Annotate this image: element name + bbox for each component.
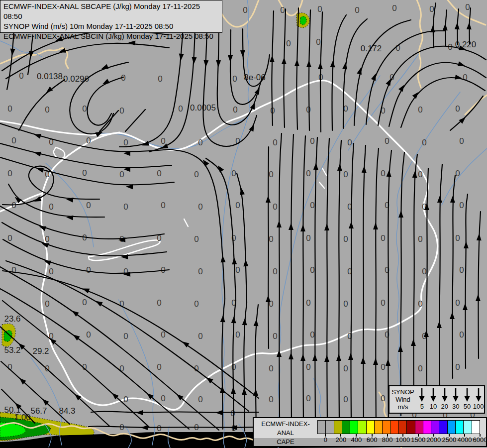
cape-colorbar-cell (415, 421, 423, 434)
wind-speed-scale: 510203050100 (416, 386, 484, 413)
grid-zero-label: 0 (465, 2, 470, 12)
grid-zero-label: 0 (7, 233, 12, 243)
grid-zero-label: 0 (198, 395, 202, 404)
grid-zero-label: 0 (280, 5, 285, 15)
grid-zero-label: 0 (119, 106, 124, 115)
grid-zero-label: 0 (7, 104, 12, 113)
cape-colorbar-cell (382, 421, 390, 434)
grid-zero-label: 0 (49, 267, 53, 276)
wind-speed-label: 10 (430, 403, 437, 410)
grid-zero-label: 0 (86, 136, 91, 145)
grid-zero-label: 0 (45, 105, 49, 114)
grid-zero-label: 0 (355, 5, 359, 15)
grid-zero-label: 0 (343, 234, 348, 244)
grid-zero-label: 0 (306, 362, 310, 372)
cape-colorbar (317, 420, 480, 434)
grid-zero-label: 0 (306, 298, 310, 308)
grid-zero-label: 0 (381, 169, 385, 178)
grid-zero-label: 0 (310, 201, 314, 210)
weather-map: 0000000000000000000000000000000000000000… (0, 0, 487, 448)
grid-zero-label: 0 (82, 104, 87, 113)
grid-zero-label: 0 (459, 136, 464, 146)
grid-zero-label: 0 (232, 74, 237, 84)
wind-speed-label: 50 (464, 403, 471, 410)
grid-zero-label: 0 (418, 364, 422, 373)
wind-speed-column: 100 (473, 386, 484, 413)
grid-zero-label: 0 (306, 233, 310, 243)
cape-colorbar-cell (358, 421, 366, 434)
cape-tick-label: 600 (367, 436, 378, 444)
cape-tick-label: 400 (351, 436, 362, 444)
grid-zero-label: 0 (194, 234, 198, 244)
cape-tick-label: 4000 (457, 436, 472, 444)
grid-zero-label: 0 (269, 170, 273, 179)
grid-zero-label: 0 (119, 170, 124, 179)
grid-zero-label: 0 (306, 169, 310, 178)
wind-speed-label: 20 (441, 403, 448, 410)
grid-zero-label: 0 (123, 202, 128, 212)
grid-zero-label: 0 (86, 265, 91, 275)
grid-zero-label: 0 (459, 330, 464, 339)
grid-zero-label: 0 (161, 330, 165, 339)
grid-zero-label: 0 (347, 138, 352, 147)
grid-zero-label: 0 (45, 299, 49, 309)
grid-zero-label: 0 (343, 170, 348, 179)
grid-zero-label: 0 (422, 138, 426, 147)
grid-zero-label: 0 (316, 37, 320, 47)
wind-speed-column: 50 (462, 386, 473, 413)
title-line-wind: SYNOP Wind (m/s) 10m Monday 17-11-2025 0… (3, 21, 219, 31)
cape-tick-label: 800 (382, 436, 393, 444)
grid-zero-label: 0 (381, 394, 385, 403)
grid-zero-label: 0 (286, 39, 291, 48)
title-line-sbcin: ECMWF-INDEX-ANAL SBCIN (J/kg) Monday 17-… (3, 31, 219, 41)
grid-zero-label: 0 (198, 138, 202, 147)
grid-zero-label: 0 (198, 332, 202, 341)
grid-zero-label: 0 (269, 395, 273, 404)
down-arrow-icon (441, 387, 448, 402)
grid-zero-label: 0 (198, 202, 202, 212)
wind-legend-synop: SYNOP (390, 388, 416, 396)
cape-colorbar-cell (431, 421, 439, 434)
grid-zero-label: 0 (235, 265, 240, 275)
grid-zero-label: 0 (178, 104, 183, 113)
grid-zero-label: 0 (158, 74, 162, 84)
wind-legend: SYNOP Wind m/s 510203050100 (389, 385, 485, 414)
wind-legend-unit: m/s (390, 403, 416, 411)
down-arrow-icon (430, 387, 437, 402)
cape-tick-label: 200 (336, 436, 347, 444)
grid-zero-label: 0 (231, 362, 236, 372)
wind-speed-column: 20 (439, 386, 450, 413)
cape-legend-param: CAPE (254, 438, 317, 447)
cape-colorbar-cell (334, 421, 342, 434)
grid-zero-label: 0 (418, 170, 422, 179)
grid-zero-label: 0 (455, 298, 460, 308)
grid-zero-label: 0 (86, 201, 91, 210)
grid-zero-label: 0 (317, 4, 322, 14)
grid-zero-label: 0 (243, 5, 247, 15)
grid-zero-label: 0 (161, 394, 165, 403)
cape-tick-label: 6000 (473, 436, 487, 444)
cape-colorbar-cell (350, 421, 358, 434)
grid-zero-label: 0 (429, 4, 434, 14)
grid-zero-label: 0 (422, 267, 426, 276)
grid-zero-label: 0 (7, 169, 12, 178)
grid-zero-label: 0 (161, 201, 165, 210)
grid-value-label: 0.0138 (37, 72, 63, 81)
grid-zero-label: 0 (455, 233, 460, 243)
grid-zero-label: 0 (82, 168, 87, 178)
cape-colorbar-cell (366, 421, 374, 434)
down-arrow-icon (418, 387, 425, 402)
grid-zero-label: 0 (86, 330, 91, 339)
grid-zero-label: 0 (418, 105, 422, 114)
cape-colorbar-ticks: 0200400600800100015002000250040006000 (317, 434, 480, 444)
cape-colorbar-cell (374, 421, 382, 434)
grid-zero-label: 0 (455, 169, 460, 178)
wind-speed-column: 30 (450, 386, 462, 413)
grid-zero-label: 0 (161, 136, 165, 146)
grid-zero-label: 0 (194, 299, 198, 309)
cape-colorbar-cell (318, 421, 325, 434)
cape-legend: ECMWF-INDEX-ANAL CAPE J/kg 0200400600800… (253, 417, 487, 447)
grid-zero-label: 0 (157, 169, 161, 178)
grid-zero-label: 0 (381, 362, 385, 372)
cape-colorbar-cell (398, 421, 406, 434)
